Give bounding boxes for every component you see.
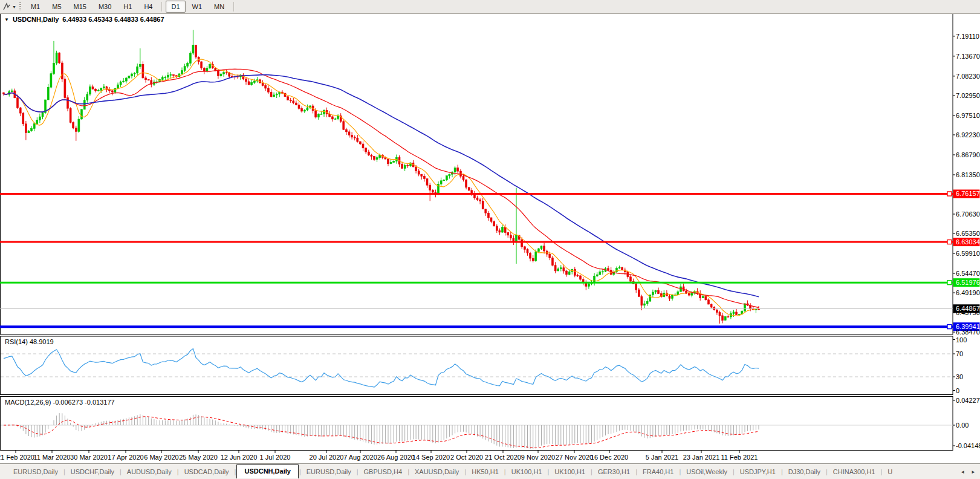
symbol-tab-USDCAD-Daily[interactable]: USDCAD,Daily [180, 466, 234, 478]
symbol-tab-USDCNH-Daily[interactable]: USDCNH,Daily [236, 464, 298, 478]
date-tick-label: 11 Mar 2020 [34, 454, 71, 461]
date-tick-label: 23 Jan 2021 [683, 454, 720, 461]
tab-scroll-buttons: ◄ ► [958, 468, 978, 476]
chevron-down-icon[interactable]: ▼ [12, 5, 16, 9]
chart-title: ▼USDCNH,Daily6.44933 6.45343 6.44833 6.4… [4, 16, 164, 23]
ma-25-line [4, 69, 759, 307]
terminal-window: { "toolbar": { "timeframes": ["M1","M5",… [0, 0, 980, 479]
symbol-tab-DJ30-Daily[interactable]: DJ30,Daily [784, 466, 825, 478]
symbol-tab-USOil-Weekly[interactable]: USOil,Weekly [681, 466, 732, 478]
date-tick-label: 26 Aug 2020 [377, 454, 415, 461]
date-tick-label: 1 Jul 2020 [260, 454, 291, 461]
cursor-tool-icon[interactable] [1, 2, 12, 11]
price-tick-label: 7.13670 [956, 53, 980, 60]
toolbar-separator [233, 2, 234, 11]
symbol-tab-HK50-H1[interactable]: HK50,H1 [467, 466, 504, 478]
symbol-tab-XAUUSD-Daily[interactable]: XAUUSD,Daily [410, 466, 464, 478]
price-tick-label: 6.38470 [956, 328, 980, 336]
symbol-dropdown-icon[interactable]: ▼ [4, 17, 9, 22]
toolbar-grip[interactable] [19, 2, 21, 11]
price-tick-label: 7.08230 [956, 73, 980, 80]
timeframe-button-M1[interactable]: M1 [25, 1, 45, 13]
timeframe-button-M30[interactable]: M30 [93, 1, 117, 13]
date-tick-label: 21 Feb 2020 [0, 454, 34, 461]
macd-axis-label: 0.042275 [956, 397, 980, 404]
date-tick-label: 17 Apr 2020 [108, 454, 143, 461]
timeframe-buttons: M1M5M15M30H1H4D1W1MN [25, 0, 237, 13]
chart-canvas[interactable]: 6.761576.630346.519766.399417.191107.136… [0, 0, 980, 479]
symbol-tab-GER30-H1[interactable]: GER30,H1 [593, 466, 635, 478]
ohlc-values: 6.44933 6.45343 6.44833 6.44867 [62, 16, 164, 23]
date-tick-label: 30 Mar 2020 [70, 454, 108, 461]
symbol-tab-EURUSD-Daily[interactable]: EURUSD,Daily [8, 466, 63, 478]
toolbar: ▼ M1M5M15M30H1H4D1W1MN [0, 0, 980, 14]
hline-price-label: 6.63034 [956, 238, 980, 246]
date-tick-label: 7 Aug 2020 [343, 454, 377, 461]
current-price-label: 6.44867 [956, 305, 980, 312]
toolbar-separator [161, 2, 162, 11]
macd-axis-label: 0.00 [956, 422, 969, 429]
symbol-period-label: USDCNH,Daily [13, 16, 59, 23]
symbol-tab-UK100-H1[interactable]: UK100,H1 [507, 466, 547, 478]
hline-handle-6.39941[interactable] [947, 325, 952, 329]
hline-handle-6.51976[interactable] [947, 281, 952, 285]
price-tick-label: 7.19110 [956, 33, 979, 40]
bull-candles [8, 30, 757, 321]
symbol-tab-EURUSD-Daily[interactable]: EURUSD,Daily [302, 466, 356, 478]
symbol-tab-USDCHF-Daily[interactable]: USDCHF,Daily [66, 466, 119, 478]
date-tick-label: 20 Jul 2020 [310, 454, 344, 461]
price-tick-label: 6.70630 [956, 210, 980, 218]
price-tick-label: 6.59910 [956, 250, 980, 257]
rsi-label: RSI(14) 48.9019 [5, 338, 54, 345]
date-tick-label: 14 Sep 2020 [412, 454, 450, 461]
rsi-axis-label: 70 [956, 350, 963, 357]
symbol-tab-FRA40-H1[interactable]: FRA40,H1 [638, 466, 678, 478]
date-tick-label: 16 Dec 2020 [591, 454, 628, 461]
price-tick-label: 6.81350 [956, 171, 980, 178]
rsi-axis-label: 0 [956, 387, 959, 394]
ma-55-line [4, 75, 759, 297]
timeframe-button-H1[interactable]: H1 [118, 1, 137, 13]
tab-scroll-right-icon[interactable]: ► [969, 468, 978, 476]
symbol-tab-U[interactable]: U [883, 466, 897, 478]
price-tick-label: 7.02950 [956, 92, 980, 99]
hline-price-label: 6.51976 [956, 279, 980, 286]
rsi-line [4, 348, 759, 387]
price-tick-label: 6.92230 [956, 131, 980, 138]
date-tick-label: 5 Jan 2021 [646, 454, 678, 461]
timeframe-button-M5[interactable]: M5 [47, 1, 67, 13]
rsi-panel-frame [1, 336, 953, 395]
timeframe-button-W1[interactable]: W1 [187, 1, 208, 13]
symbol-tab-CHINA300-H1[interactable]: CHINA300,H1 [828, 466, 880, 478]
date-tick-label: 27 Nov 2020 [556, 454, 593, 461]
macd-histogram [4, 413, 759, 449]
hline-handle-6.76157[interactable] [947, 192, 952, 196]
date-tick-label: 12 Jun 2020 [221, 454, 258, 461]
symbol-tab-USDJPY-H1[interactable]: USDJPY,H1 [735, 466, 780, 478]
price-tick-label: 6.97510 [956, 112, 980, 119]
symbol-tab-AUDUSD-Daily[interactable]: AUDUSD,Daily [122, 466, 177, 478]
price-tick-label: 6.54470 [956, 270, 980, 277]
hline-price-label: 6.76157 [956, 190, 980, 197]
timeframe-button-MN[interactable]: MN [209, 1, 230, 13]
symbol-tab-bar: EURUSD,Daily|USDCHF,Daily|AUDUSD,Daily|U… [0, 463, 980, 479]
timeframe-button-H4[interactable]: H4 [138, 1, 158, 13]
timeframe-button-M15[interactable]: M15 [68, 1, 92, 13]
symbol-tab-GBPUSD-H4[interactable]: GBPUSD,H4 [359, 466, 407, 478]
rsi-axis-label: 100 [956, 336, 967, 344]
price-tick-label: 6.65350 [956, 230, 980, 237]
cursor-tool-glyph [2, 2, 11, 11]
tab-scroll-left-icon[interactable]: ◄ [958, 468, 967, 476]
macd-label: MACD(12,26,9) -0.006273 -0.013177 [5, 399, 115, 406]
timeframe-button-D1[interactable]: D1 [166, 1, 185, 13]
date-tick-label: 25 May 2020 [179, 454, 218, 461]
date-tick-label: 6 May 2020 [144, 454, 178, 461]
rsi-axis-label: 30 [956, 373, 963, 380]
hline-handle-6.63034[interactable] [947, 240, 952, 244]
symbol-tab-UK100-H1[interactable]: UK100,H1 [550, 466, 590, 478]
date-tick-label: 21 Oct 2020 [485, 454, 521, 461]
date-tick-label: 9 Nov 2020 [521, 454, 555, 461]
symbol-tabs: EURUSD,Daily|USDCHF,Daily|AUDUSD,Daily|U… [8, 464, 897, 479]
date-tick-label: 2 Oct 2020 [450, 454, 483, 461]
date-tick-label: 11 Feb 2021 [721, 454, 758, 461]
